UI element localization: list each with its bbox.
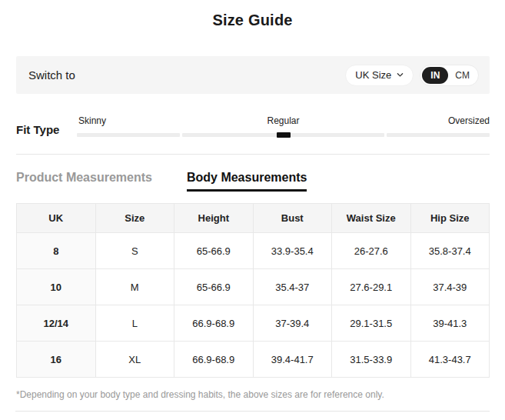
table-row: 8 S 65-66.9 33.9-35.4 26-27.6 35.8-37.4 bbox=[17, 233, 490, 269]
cell-hip: 35.8-37.4 bbox=[410, 233, 490, 269]
size-standard-value: UK Size bbox=[355, 69, 391, 81]
size-guide-dialog: Size Guide Switch to UK Size IN CM Fit T… bbox=[0, 0, 505, 420]
fit-option-oversized[interactable]: Oversized bbox=[448, 115, 490, 126]
cell-waist: 27.6-29.1 bbox=[332, 269, 411, 305]
cell-waist: 26-27.6 bbox=[332, 233, 411, 269]
fit-slider-thumb[interactable] bbox=[277, 132, 291, 138]
cell-size: M bbox=[95, 269, 174, 305]
cell-bust: 39.4-41.7 bbox=[253, 342, 332, 378]
cell-waist: 31.5-33.9 bbox=[332, 342, 411, 378]
fit-type-section: Fit Type Skinny Regular Oversized bbox=[16, 115, 490, 137]
cell-size: S bbox=[95, 233, 174, 269]
reference-footnote: *Depending on your body type and dressin… bbox=[16, 389, 490, 400]
table-row: 10 M 65-66.9 35.4-37 27.6-29.1 37.4-39 bbox=[17, 269, 490, 305]
switch-to-label: Switch to bbox=[28, 68, 75, 82]
fit-type-slider[interactable]: Skinny Regular Oversized bbox=[77, 115, 490, 137]
unit-option-in[interactable]: IN bbox=[422, 67, 448, 84]
fit-type-options: Skinny Regular Oversized bbox=[77, 115, 490, 127]
col-header-uk: UK bbox=[17, 204, 96, 233]
col-header-bust: Bust bbox=[253, 204, 332, 233]
cell-bust: 37-39.4 bbox=[253, 305, 332, 342]
tab-body-measurements[interactable]: Body Measurements bbox=[187, 171, 307, 192]
cell-hip: 37.4-39 bbox=[410, 269, 490, 305]
size-table: UK Size Height Bust Waist Size Hip Size … bbox=[16, 203, 490, 378]
cell-uk: 12/14 bbox=[17, 305, 96, 342]
cell-hip: 41.3-43.7 bbox=[410, 342, 490, 378]
col-header-waist: Waist Size bbox=[332, 204, 411, 233]
bottom-divider bbox=[15, 411, 490, 412]
cell-size: L bbox=[95, 305, 174, 342]
cell-size: XL bbox=[95, 342, 174, 378]
cell-bust: 35.4-37 bbox=[253, 269, 332, 305]
cell-height: 66.9-68.9 bbox=[174, 305, 254, 342]
table-header-row: UK Size Height Bust Waist Size Hip Size bbox=[17, 204, 490, 233]
cell-waist: 29.1-31.5 bbox=[332, 305, 411, 342]
col-header-height: Height bbox=[174, 204, 254, 233]
cell-uk: 8 bbox=[17, 233, 96, 269]
tab-product-measurements[interactable]: Product Measurements bbox=[16, 171, 152, 192]
cell-bust: 33.9-35.4 bbox=[253, 233, 332, 269]
fit-option-regular[interactable]: Regular bbox=[267, 115, 299, 126]
col-header-size: Size bbox=[95, 204, 174, 233]
cell-height: 65-66.9 bbox=[174, 269, 254, 305]
section-divider bbox=[16, 154, 490, 155]
fit-slider-segment[interactable] bbox=[387, 133, 490, 137]
cell-height: 66.9-68.9 bbox=[174, 342, 254, 378]
fit-type-label: Fit Type bbox=[16, 123, 77, 137]
cell-hip: 39-41.3 bbox=[410, 305, 490, 342]
fit-slider-segment[interactable] bbox=[77, 133, 180, 137]
chevron-down-icon bbox=[397, 72, 404, 78]
cell-uk: 10 bbox=[17, 269, 96, 305]
fit-option-skinny[interactable]: Skinny bbox=[78, 115, 106, 126]
fit-slider-track[interactable] bbox=[77, 133, 490, 137]
page-title: Size Guide bbox=[0, 0, 505, 29]
cell-height: 65-66.9 bbox=[174, 233, 254, 269]
table-row: 16 XL 66.9-68.9 39.4-41.7 31.5-33.9 41.3… bbox=[17, 342, 490, 378]
size-standard-dropdown[interactable]: UK Size bbox=[345, 65, 414, 86]
unit-option-cm[interactable]: CM bbox=[448, 70, 477, 81]
table-row: 12/14 L 66.9-68.9 37-39.4 29.1-31.5 39-4… bbox=[17, 305, 490, 342]
cell-uk: 16 bbox=[17, 342, 96, 378]
col-header-hip: Hip Size bbox=[410, 204, 490, 233]
switch-bar: Switch to UK Size IN CM bbox=[16, 56, 490, 94]
measurement-tabs: Product Measurements Body Measurements bbox=[0, 171, 505, 192]
switch-bar-controls: UK Size IN CM bbox=[345, 65, 479, 86]
unit-toggle[interactable]: IN CM bbox=[420, 65, 479, 86]
